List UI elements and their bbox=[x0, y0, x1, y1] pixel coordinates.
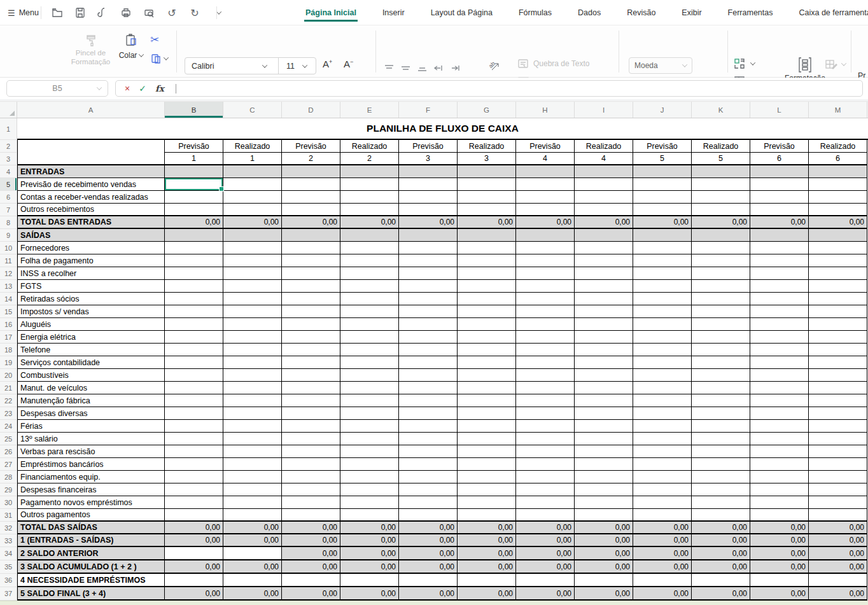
cell-K35[interactable]: 0,00 bbox=[692, 560, 750, 574]
cell-B22[interactable] bbox=[165, 394, 223, 407]
cell-H13[interactable] bbox=[516, 280, 575, 293]
cell-K26[interactable] bbox=[692, 445, 750, 458]
cell-E3[interactable]: 2 bbox=[340, 153, 399, 165]
cell-J3[interactable]: 5 bbox=[633, 153, 692, 165]
cell-A24[interactable]: Férias bbox=[17, 420, 165, 433]
cell-B2[interactable]: Previsão bbox=[165, 140, 223, 153]
cell-F6[interactable] bbox=[399, 191, 458, 204]
column-header-H[interactable]: H bbox=[516, 102, 575, 118]
cell-H23[interactable] bbox=[516, 407, 575, 420]
cell-J36[interactable] bbox=[633, 574, 692, 587]
cell-C37[interactable]: 0,00 bbox=[223, 587, 282, 601]
cell-M32[interactable]: 0,00 bbox=[809, 522, 867, 534]
cell-L26[interactable] bbox=[750, 445, 809, 458]
cell-C19[interactable] bbox=[223, 356, 282, 369]
cell-I13[interactable] bbox=[575, 280, 633, 293]
cell-J27[interactable] bbox=[633, 458, 692, 471]
row-header-7[interactable]: 7 bbox=[0, 204, 17, 216]
cell-M33[interactable]: 0,00 bbox=[809, 534, 867, 547]
cell-M30[interactable] bbox=[809, 496, 867, 509]
cell-K14[interactable] bbox=[692, 293, 750, 305]
cell-D16[interactable] bbox=[282, 318, 340, 331]
sheet-title-cell[interactable]: PLANILHA DE FLUXO DE CAIXA bbox=[17, 118, 868, 140]
cell-F36[interactable] bbox=[399, 574, 458, 587]
cell-C21[interactable] bbox=[223, 382, 282, 394]
cell-D12[interactable] bbox=[282, 267, 340, 280]
column-header-B[interactable]: B bbox=[165, 102, 223, 118]
cell-L9[interactable] bbox=[750, 229, 809, 242]
row-header-1[interactable]: 1 bbox=[0, 118, 17, 140]
tab-revis-o[interactable]: Revisão bbox=[626, 1, 657, 24]
cell-C27[interactable] bbox=[223, 458, 282, 471]
cell-M25[interactable] bbox=[809, 433, 867, 445]
cell-G22[interactable] bbox=[458, 394, 516, 407]
row-header-28[interactable]: 28 bbox=[0, 471, 17, 483]
cell-L29[interactable] bbox=[750, 483, 809, 496]
cell-G27[interactable] bbox=[458, 458, 516, 471]
cell-L2[interactable]: Previsão bbox=[750, 140, 809, 153]
cell-A4[interactable]: ENTRADAS bbox=[17, 165, 165, 178]
cell-A21[interactable]: Manut. de veículos bbox=[17, 382, 165, 394]
cell-K20[interactable] bbox=[692, 369, 750, 382]
cell-K37[interactable]: 0,00 bbox=[692, 587, 750, 601]
cell-C8[interactable]: 0,00 bbox=[223, 216, 282, 229]
cell-B3[interactable]: 1 bbox=[165, 153, 223, 165]
cell-H11[interactable] bbox=[516, 254, 575, 267]
cell-G11[interactable] bbox=[458, 254, 516, 267]
cell-A15[interactable]: Impostos s/ vendas bbox=[17, 305, 165, 318]
row-header-3[interactable]: 3 bbox=[0, 153, 17, 165]
cell-D23[interactable] bbox=[282, 407, 340, 420]
cell-E14[interactable] bbox=[340, 293, 399, 305]
cell-C30[interactable] bbox=[223, 496, 282, 509]
tab-caixa-de-ferramentas-int[interactable]: Caixa de ferramentas int bbox=[797, 1, 868, 24]
cell-G7[interactable] bbox=[458, 204, 516, 216]
cell-F26[interactable] bbox=[399, 445, 458, 458]
cell-E11[interactable] bbox=[340, 254, 399, 267]
cell-I17[interactable] bbox=[575, 331, 633, 344]
cell-A27[interactable]: Empréstimos bancários bbox=[17, 458, 165, 471]
cell-E33[interactable]: 0,00 bbox=[340, 534, 399, 547]
cell-I12[interactable] bbox=[575, 267, 633, 280]
cell-K6[interactable] bbox=[692, 191, 750, 204]
cell-D17[interactable] bbox=[282, 331, 340, 344]
column-header-J[interactable]: J bbox=[633, 102, 692, 118]
cell-J18[interactable] bbox=[633, 344, 692, 356]
cell-K25[interactable] bbox=[692, 433, 750, 445]
row-header-26[interactable]: 26 bbox=[0, 445, 17, 458]
cell-B8[interactable]: 0,00 bbox=[165, 216, 223, 229]
cell-F8[interactable]: 0,00 bbox=[399, 216, 458, 229]
cell-D37[interactable]: 0,00 bbox=[282, 587, 340, 601]
cell-I30[interactable] bbox=[575, 496, 633, 509]
cell-H35[interactable]: 0,00 bbox=[516, 560, 575, 574]
cell-G5[interactable] bbox=[458, 178, 516, 191]
cell-D31[interactable] bbox=[282, 509, 340, 522]
cell-D27[interactable] bbox=[282, 458, 340, 471]
row-header-4[interactable]: 4 bbox=[0, 165, 17, 178]
cell-B5[interactable] bbox=[165, 178, 223, 191]
row-header-18[interactable]: 18 bbox=[0, 344, 17, 356]
cell-H25[interactable] bbox=[516, 433, 575, 445]
cell-C32[interactable]: 0,00 bbox=[223, 522, 282, 534]
cell-M31[interactable] bbox=[809, 509, 867, 522]
cell-G16[interactable] bbox=[458, 318, 516, 331]
cell-C36[interactable] bbox=[223, 574, 282, 587]
cell-A20[interactable]: Combustíveis bbox=[17, 369, 165, 382]
cell-E36[interactable] bbox=[340, 574, 399, 587]
cell-F30[interactable] bbox=[399, 496, 458, 509]
cell-B20[interactable] bbox=[165, 369, 223, 382]
cell-B19[interactable] bbox=[165, 356, 223, 369]
cell-G25[interactable] bbox=[458, 433, 516, 445]
cell-C3[interactable]: 1 bbox=[223, 153, 282, 165]
cell-B25[interactable] bbox=[165, 433, 223, 445]
tab-dados[interactable]: Dados bbox=[577, 1, 602, 24]
row-header-21[interactable]: 21 bbox=[0, 382, 17, 394]
cell-C31[interactable] bbox=[223, 509, 282, 522]
cell-K30[interactable] bbox=[692, 496, 750, 509]
cell-E5[interactable] bbox=[340, 178, 399, 191]
cell-G19[interactable] bbox=[458, 356, 516, 369]
row-header-20[interactable]: 20 bbox=[0, 369, 17, 382]
row-header-29[interactable]: 29 bbox=[0, 483, 17, 496]
cell-L19[interactable] bbox=[750, 356, 809, 369]
cell-M9[interactable] bbox=[809, 229, 867, 242]
cell-C6[interactable] bbox=[223, 191, 282, 204]
